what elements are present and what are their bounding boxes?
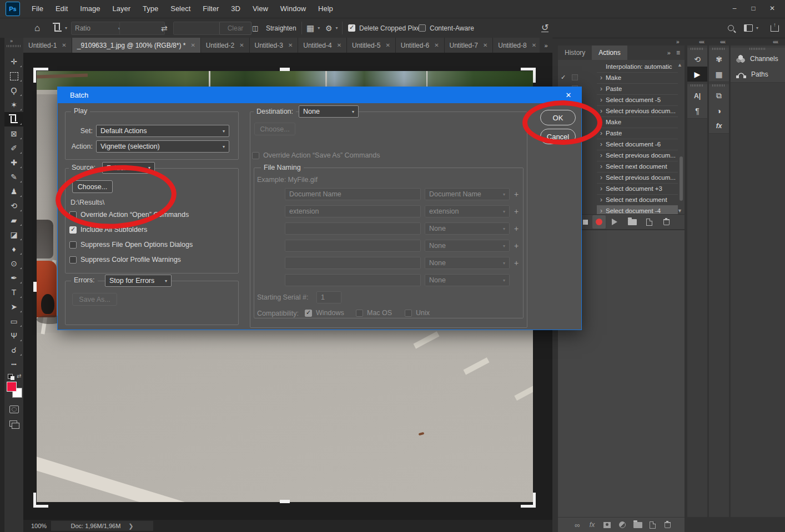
new-layer-icon[interactable]	[645, 521, 660, 529]
paragraph-panel-icon[interactable]: ¶	[687, 103, 707, 118]
tab-close-icon[interactable]: ✕	[190, 42, 195, 48]
tab-actions[interactable]: Actions	[592, 45, 627, 60]
crop-height-input[interactable]	[173, 22, 221, 35]
character-panel-icon[interactable]: A|	[687, 88, 707, 103]
actions-panel-icon[interactable]: ▶	[687, 67, 707, 82]
tab-close-icon[interactable]: ✕	[239, 42, 244, 48]
adjustment-layer-icon[interactable]	[615, 521, 630, 528]
begin-recording-icon[interactable]	[592, 215, 606, 229]
swatches-panel-icon[interactable]: ✾	[709, 52, 729, 67]
crop-handle-bottom-left[interactable]	[33, 493, 48, 508]
crop-ratio-select[interactable]: Ratio▾	[71, 22, 124, 35]
menu-item-3d[interactable]: 3D	[225, 0, 246, 18]
document-tab-5[interactable]: Untitled-4✕	[298, 38, 347, 53]
naming-select-3[interactable]: None▾	[425, 222, 510, 235]
screen-mode-icon[interactable]	[9, 420, 17, 427]
crop-handle-bottom-center[interactable]	[280, 500, 290, 503]
expand-chevron-icon[interactable]: ›	[597, 151, 606, 159]
naming-select-6[interactable]: None▾	[425, 274, 510, 286]
tab-close-icon[interactable]: ✕	[434, 42, 439, 48]
foreground-color-swatch[interactable]	[7, 382, 17, 392]
compatibility-checkbox[interactable]	[405, 310, 412, 317]
add-naming-field-icon[interactable]: +	[514, 224, 519, 233]
blur-tool[interactable]: ♦	[4, 242, 23, 256]
expand-chevron-icon[interactable]: ›	[597, 174, 606, 181]
rectangular-marquee-tool[interactable]	[4, 69, 23, 83]
save-as-button[interactable]: Save As...	[72, 293, 117, 306]
naming-input-4[interactable]	[285, 240, 421, 252]
history-panel-icon[interactable]: ⟲	[687, 52, 707, 67]
clear-button[interactable]: Clear	[219, 22, 251, 35]
action-select[interactable]: Vignette (selection)▾	[96, 140, 229, 153]
starting-serial-input[interactable]: 1	[316, 291, 341, 303]
compatibility-option-unix[interactable]: Unix	[405, 309, 430, 317]
errors-select[interactable]: Stop for Errors▾	[105, 275, 172, 287]
tab-close-icon[interactable]: ✕	[532, 42, 536, 48]
scrollbar-thumb[interactable]	[680, 156, 683, 201]
document-tab-8[interactable]: Untitled-7✕	[445, 38, 494, 53]
menu-item-select[interactable]: Select	[164, 0, 197, 18]
dialog-title-bar[interactable]: Batch ✕	[58, 87, 581, 103]
menu-item-layer[interactable]: Layer	[107, 0, 137, 18]
expand-chevron-icon[interactable]: ›	[597, 85, 606, 93]
crop-handle-left-center[interactable]	[33, 282, 37, 292]
reset-crop-icon[interactable]: ↺	[541, 18, 549, 38]
delete-cropped-pixels-option[interactable]: Delete Cropped Pixels	[348, 18, 425, 38]
document-tab-3[interactable]: Untitled-2✕	[201, 38, 250, 53]
add-naming-field-icon[interactable]: +	[514, 259, 519, 267]
action-dialog-toggle-checkbox[interactable]	[572, 74, 578, 80]
action-item[interactable]: ✓›Make	[558, 72, 685, 83]
compatibility-checkbox[interactable]	[356, 310, 363, 317]
layer-mask-icon[interactable]	[600, 522, 615, 528]
delete-layer-trash-icon[interactable]	[660, 522, 675, 528]
styles-panel-icon[interactable]: fx	[709, 118, 729, 133]
maximize-window-icon[interactable]: □	[744, 0, 763, 17]
tab-close-icon[interactable]: ✕	[337, 42, 341, 48]
zoom-level[interactable]: 100%	[31, 523, 47, 529]
tab-history[interactable]: History	[558, 45, 592, 60]
dock-collapse-chevron-icon[interactable]: ««	[720, 39, 725, 45]
dock-collapse-chevron-icon[interactable]: ««	[699, 39, 704, 45]
play-action-icon[interactable]	[606, 219, 623, 225]
panel-expand-chevron-icon[interactable]: »	[676, 39, 679, 45]
more-tools-icon[interactable]: •••	[4, 357, 23, 372]
source-option-4[interactable]: Suppress Color Profile Warnings	[69, 256, 181, 264]
delete-cropped-pixels-checkbox[interactable]	[348, 24, 355, 32]
source-checkbox-3[interactable]	[69, 241, 77, 249]
path-selection-tool[interactable]: ➤	[4, 300, 23, 314]
eyedropper-tool[interactable]: ✐	[4, 141, 23, 155]
swap-dimensions-icon[interactable]: ⇄	[161, 18, 168, 38]
compatibility-checkbox[interactable]	[305, 310, 312, 317]
clone-stamp-tool[interactable]: ♟	[4, 184, 23, 199]
toolbar-collapse-chevron-icon[interactable]: »	[10, 38, 13, 44]
menu-item-window[interactable]: Window	[274, 0, 312, 18]
dock-grip[interactable]	[712, 48, 726, 50]
naming-input-3[interactable]	[285, 222, 421, 235]
type-tool[interactable]: T	[4, 285, 23, 300]
history-brush-tool[interactable]: ⟲	[4, 199, 23, 213]
naming-select-2[interactable]: extension▾	[425, 205, 510, 217]
dock-grip[interactable]	[712, 84, 726, 87]
tab-close-icon[interactable]: ✕	[288, 42, 293, 48]
expand-chevron-icon[interactable]: ›	[597, 140, 606, 148]
source-checkbox-2[interactable]	[69, 226, 77, 234]
panel-collapse-chevron-icon[interactable]: »	[667, 49, 671, 56]
spot-healing-brush-tool[interactable]: ✚	[4, 155, 23, 170]
document-tab-7[interactable]: Untitled-6✕	[396, 38, 445, 53]
new-action-icon[interactable]	[641, 219, 658, 226]
source-checkbox-4[interactable]	[69, 256, 77, 264]
adjustments-panel-icon[interactable]: ◑	[709, 103, 729, 118]
document-tab-6[interactable]: Untitled-5✕	[347, 38, 396, 53]
set-select[interactable]: Default Actions▾	[96, 125, 229, 137]
document-tab-1[interactable]: Untitled-1✕	[23, 38, 72, 53]
add-naming-field-icon[interactable]: +	[514, 241, 519, 250]
expand-chevron-icon[interactable]: ›	[597, 96, 606, 104]
tab-close-icon[interactable]: ✕	[483, 42, 487, 48]
content-aware-checkbox[interactable]	[419, 24, 426, 32]
expand-chevron-icon[interactable]: ›	[597, 74, 606, 82]
naming-input-1[interactable]: Document Name	[285, 188, 421, 200]
add-naming-field-icon[interactable]: +	[514, 207, 519, 216]
override-save-as-option[interactable]: Override Action “Save As” Commands	[252, 151, 380, 159]
layer-style-fx-icon[interactable]: fx	[585, 521, 600, 529]
menu-item-edit[interactable]: Edit	[49, 0, 74, 18]
